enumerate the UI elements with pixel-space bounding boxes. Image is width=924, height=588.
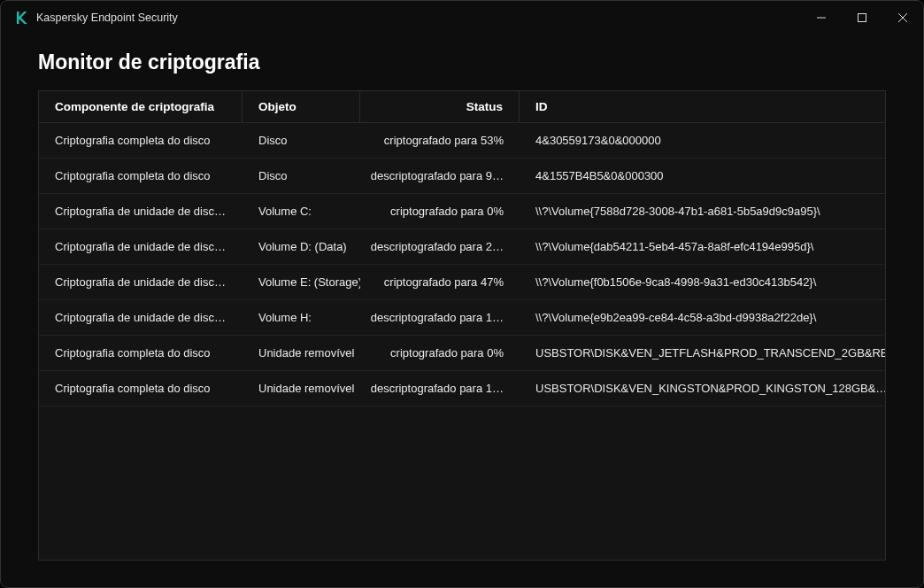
cell-component: Criptografia de unidade de disc… xyxy=(39,229,243,264)
col-header-id[interactable]: ID xyxy=(520,91,885,122)
encryption-table: Componente de criptografia Objeto Status… xyxy=(38,90,886,561)
table-row[interactable]: Criptografia completa do discoDiscocript… xyxy=(39,123,885,159)
window-controls xyxy=(801,1,923,35)
page-title: Monitor de criptografia xyxy=(38,50,886,74)
table-row[interactable]: Criptografia completa do discoDiscodescr… xyxy=(39,159,885,194)
maximize-button[interactable] xyxy=(842,1,882,35)
cell-component: Criptografia de unidade de disc… xyxy=(39,194,243,228)
cell-object: Volume E: (Storage) xyxy=(243,265,360,299)
titlebar-left: Kaspersky Endpoint Security xyxy=(15,12,178,24)
app-title: Kaspersky Endpoint Security xyxy=(36,12,178,24)
table-header-row: Componente de criptografia Objeto Status… xyxy=(39,91,885,123)
cell-id: \\?\Volume{dab54211-5eb4-457a-8a8f-efc41… xyxy=(520,229,885,264)
col-header-component[interactable]: Componente de criptografia xyxy=(39,91,243,122)
cell-status: descriptografado para 1… xyxy=(360,300,520,335)
app-logo-icon xyxy=(15,12,27,24)
cell-component: Criptografia de unidade de disc… xyxy=(39,265,243,299)
close-button[interactable] xyxy=(882,1,923,35)
cell-status: descriptografado para 9… xyxy=(360,159,520,193)
cell-component: Criptografia completa do disco xyxy=(39,336,243,370)
cell-id: USBSTOR\DISK&VEN_JETFLASH&PROD_TRANSCEND… xyxy=(520,336,885,370)
cell-object: Disco xyxy=(243,159,360,193)
table-row[interactable]: Criptografia de unidade de disc…Volume D… xyxy=(39,229,885,265)
cell-id: \\?\Volume{7588d728-3008-47b1-a681-5b5a9… xyxy=(520,194,885,228)
cell-status: criptografado para 53% xyxy=(360,123,520,158)
table-row[interactable]: Criptografia de unidade de disc…Volume H… xyxy=(39,300,885,336)
table-body: Criptografia completa do discoDiscocript… xyxy=(39,123,885,560)
table-row[interactable]: Criptografia de unidade de disc…Volume E… xyxy=(39,265,885,300)
content-area: Monitor de criptografia Componente de cr… xyxy=(1,35,923,587)
cell-object: Unidade removível xyxy=(243,371,360,406)
app-window: Kaspersky Endpoint Security Monitor de c… xyxy=(0,0,924,588)
cell-id: USBSTOR\DISK&VEN_KINGSTON&PROD_KINGSTON_… xyxy=(520,371,885,406)
cell-object: Unidade removível xyxy=(243,336,360,370)
minimize-button[interactable] xyxy=(801,1,842,35)
cell-status: criptografado para 47% xyxy=(360,265,520,299)
cell-status: descriptografado para 2… xyxy=(360,229,520,264)
table-row[interactable]: Criptografia completa do discoUnidade re… xyxy=(39,371,885,406)
cell-component: Criptografia completa do disco xyxy=(39,159,243,193)
cell-id: \\?\Volume{f0b1506e-9ca8-4998-9a31-ed30c… xyxy=(520,265,885,299)
svg-rect-0 xyxy=(859,14,866,22)
cell-status: descriptografado para 1… xyxy=(360,371,520,406)
titlebar: Kaspersky Endpoint Security xyxy=(1,1,923,35)
table-row[interactable]: Criptografia de unidade de disc…Volume C… xyxy=(39,194,885,229)
col-header-status[interactable]: Status xyxy=(360,91,520,122)
cell-id: 4&1557B4B5&0&000300 xyxy=(520,159,885,193)
cell-object: Volume C: xyxy=(243,194,360,228)
cell-status: criptografado para 0% xyxy=(360,194,520,228)
cell-object: Disco xyxy=(243,123,360,158)
cell-id: 4&30559173&0&000000 xyxy=(520,123,885,158)
cell-status: criptografado para 0% xyxy=(360,336,520,370)
cell-object: Volume H: xyxy=(243,300,360,335)
table-row[interactable]: Criptografia completa do discoUnidade re… xyxy=(39,336,885,371)
cell-component: Criptografia completa do disco xyxy=(39,123,243,158)
cell-id: \\?\Volume{e9b2ea99-ce84-4c58-a3bd-d9938… xyxy=(520,300,885,335)
cell-object: Volume D: (Data) xyxy=(243,229,360,264)
cell-component: Criptografia completa do disco xyxy=(39,371,243,406)
cell-component: Criptografia de unidade de disc… xyxy=(39,300,243,335)
col-header-object[interactable]: Objeto xyxy=(243,91,360,122)
